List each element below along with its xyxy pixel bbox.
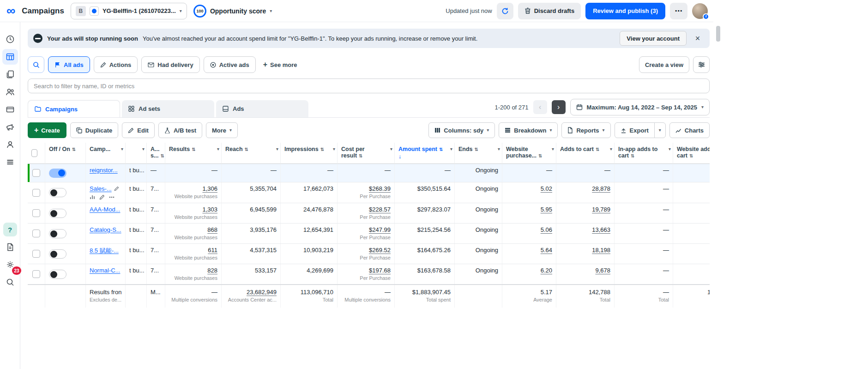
nav-business-settings[interactable] — [2, 137, 18, 152]
export-dropdown-button[interactable] — [654, 122, 666, 138]
table-row[interactable]: reignstor... t bu... — — — — — — Ongoing… — [28, 164, 710, 182]
campaign-name-link[interactable]: AAA-Mod... — [90, 206, 120, 213]
sort-icon[interactable] — [359, 153, 362, 158]
campaign-toggle[interactable] — [49, 270, 66, 279]
filter-search-input[interactable] — [28, 79, 710, 93]
export-button[interactable]: Export — [615, 122, 655, 138]
nav-search[interactable] — [2, 274, 18, 290]
sort-icon[interactable] — [689, 153, 693, 158]
edit-name-icon[interactable] — [114, 186, 119, 191]
column-header-attribution[interactable]: A... s... — [147, 143, 165, 164]
row-checkbox[interactable] — [32, 209, 40, 217]
tab-ad-sets[interactable]: Ad sets — [122, 100, 214, 117]
duplicate-button[interactable]: Duplicate — [70, 122, 119, 138]
tab-campaigns[interactable]: Campaigns — [28, 100, 120, 117]
table-row[interactable]: Sales-... t bu... 7... 1,306Website purc… — [28, 182, 710, 203]
filter-chip-had-delivery[interactable]: Had delivery — [141, 56, 199, 73]
campaign-toggle[interactable] — [49, 249, 66, 259]
more-icon[interactable] — [109, 196, 115, 198]
sort-icon[interactable] — [160, 153, 164, 158]
tab-ads[interactable]: Ads — [216, 100, 308, 117]
sort-icon[interactable] — [320, 147, 324, 152]
sort-icon[interactable] — [439, 147, 443, 152]
chevron-down-icon[interactable] — [276, 147, 278, 151]
nav-account-overview[interactable] — [2, 31, 18, 47]
chevron-down-icon[interactable] — [610, 147, 612, 151]
chevron-down-icon[interactable] — [552, 147, 554, 151]
help-button[interactable]: ? — [2, 222, 18, 237]
close-banner-button[interactable]: × — [691, 32, 704, 45]
column-header-adds-to-cart[interactable]: Adds to cart — [556, 143, 615, 164]
nav-audiences[interactable] — [2, 84, 18, 100]
ab-test-button[interactable]: A/B test — [158, 122, 202, 138]
opportunity-score-dropdown[interactable]: 100 Opportunity score — [193, 5, 272, 18]
column-header-inapp-adds-to-cart[interactable]: In-app adds to cart — [615, 143, 673, 164]
see-more-button[interactable]: See more — [259, 61, 301, 68]
table-row[interactable]: 8.5 賦能-... t bu... 7... 611Website purch… — [28, 244, 710, 264]
search-button[interactable] — [28, 56, 44, 73]
avatar[interactable] — [692, 3, 708, 19]
column-header-campaign[interactable]: Camp... — [86, 143, 126, 164]
scrollbar-thumb[interactable] — [716, 26, 720, 42]
column-header-cost-per-result[interactable]: Cost per result — [338, 143, 395, 164]
row-checkbox[interactable] — [32, 189, 40, 197]
breakdown-button[interactable]: Breakdown — [499, 122, 558, 138]
chevron-down-icon[interactable] — [121, 147, 123, 151]
chevron-down-icon[interactable] — [333, 147, 335, 151]
column-header-results[interactable]: Results — [165, 143, 222, 164]
nav-settings[interactable]: 23 — [2, 257, 18, 272]
more-options-button[interactable]: ⋯ — [670, 3, 687, 19]
column-header-impressions[interactable]: Impressions — [281, 143, 338, 164]
column-header-ends[interactable]: Ends — [455, 143, 502, 164]
filter-chip-actions[interactable]: Actions — [94, 56, 138, 73]
date-range-dropdown[interactable]: Maximum: Aug 14, 2022 – Sep 14, 2025 — [570, 99, 710, 115]
view-charts-icon[interactable] — [90, 194, 95, 200]
sort-icon[interactable] — [72, 147, 76, 152]
nav-ads-reporting[interactable] — [2, 67, 18, 82]
vertical-scrollbar[interactable] — [716, 26, 720, 349]
sort-icon[interactable] — [538, 153, 542, 158]
filter-chip-active-ads[interactable]: Active ads — [204, 56, 256, 73]
row-checkbox[interactable] — [32, 250, 40, 258]
campaign-name-link[interactable]: Normal-C... — [90, 267, 120, 274]
create-button[interactable]: Create — [28, 122, 66, 138]
campaign-toggle[interactable] — [49, 169, 66, 178]
chevron-down-icon[interactable] — [669, 147, 671, 151]
select-all-checkbox[interactable] — [31, 149, 37, 157]
nav-all-tools[interactable] — [2, 154, 18, 170]
columns-button[interactable]: Columns: sdy — [428, 122, 495, 138]
sort-icon[interactable] — [631, 153, 634, 158]
sort-icon[interactable] — [192, 147, 195, 152]
more-button[interactable]: More — [206, 122, 238, 138]
campaign-name-link[interactable]: reignstor... — [90, 167, 118, 174]
pagination-prev-button[interactable]: ‹ — [533, 100, 547, 114]
campaign-name-link[interactable]: 8.5 賦能-... — [90, 247, 119, 254]
chevron-down-icon[interactable] — [450, 147, 452, 151]
table-row[interactable]: Catalog-S... t bu... 7... 868Website pur… — [28, 224, 710, 244]
meta-logo-icon[interactable] — [6, 5, 15, 17]
campaign-name-link[interactable]: Sales-... — [90, 185, 112, 192]
column-header-off-on[interactable]: Off / On — [45, 143, 86, 164]
column-header-amount-spent[interactable]: Amount spent — [395, 143, 455, 164]
account-selector-dropdown[interactable]: B YG-Belffin-1 (261070223... — [71, 3, 187, 19]
chevron-down-icon[interactable] — [142, 147, 145, 151]
nav-billing[interactable] — [2, 102, 18, 117]
table-row[interactable]: Normal-C... t bu... 7... 828Website purc… — [28, 264, 710, 284]
view-settings-button[interactable] — [693, 56, 710, 73]
campaign-toggle[interactable] — [49, 229, 66, 238]
sort-icon[interactable] — [475, 147, 478, 152]
column-header-budget[interactable] — [126, 143, 147, 164]
campaign-toggle[interactable] — [49, 188, 66, 197]
create-view-button[interactable]: Create a view — [639, 56, 689, 73]
nav-guides[interactable] — [2, 239, 18, 255]
column-header-website-add-to-cart[interactable]: Website add to cart — [673, 143, 710, 164]
campaign-name-link[interactable]: Catalog-S... — [90, 226, 121, 233]
filter-chip-all-ads[interactable]: All ads — [48, 56, 90, 73]
edit-button[interactable]: Edit — [122, 122, 155, 138]
row-checkbox[interactable] — [32, 270, 40, 278]
column-header-reach[interactable]: Reach — [222, 143, 281, 164]
review-publish-button[interactable]: Review and publish (3) — [585, 3, 665, 19]
row-checkbox[interactable] — [32, 169, 40, 177]
chevron-down-icon[interactable] — [217, 147, 219, 151]
table-row[interactable]: AAA-Mod... t bu... 7... 1,303Website pur… — [28, 203, 710, 224]
